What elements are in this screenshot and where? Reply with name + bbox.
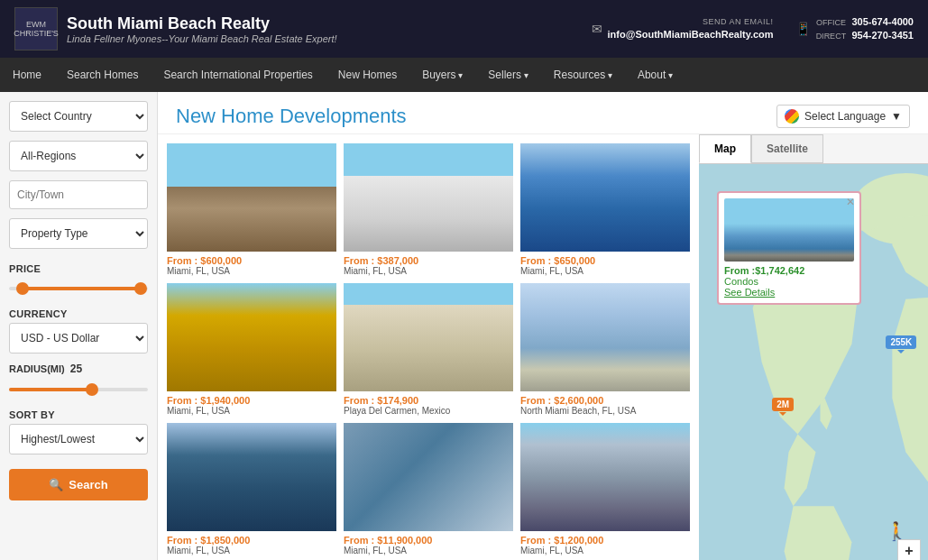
listing-location-7: Miami, FL, USA bbox=[344, 546, 513, 555]
popup-close-button[interactable]: ✕ bbox=[846, 196, 855, 208]
page-content: New Home Developments Select Language ▼ … bbox=[158, 92, 928, 560]
nav-new-homes[interactable]: New Homes bbox=[326, 58, 409, 92]
slider-thumb-max[interactable] bbox=[134, 282, 147, 295]
phone-contact: 📱 OFFICE 305-674-4000 DIRECT 954-270-345… bbox=[795, 15, 914, 43]
brand-info: South Miami Beach Realty Linda Fellner M… bbox=[67, 14, 337, 44]
listing-image-8 bbox=[520, 423, 690, 531]
office-label: OFFICE bbox=[816, 18, 846, 27]
search-button[interactable]: 🔍 Search bbox=[9, 469, 148, 500]
listing-card-5[interactable]: From : $2,600,000 North Miami Beach, FL,… bbox=[520, 283, 690, 416]
search-icon: 🔍 bbox=[49, 478, 63, 491]
map-marker-255k[interactable]: 255K bbox=[886, 335, 916, 349]
listing-image-1 bbox=[344, 143, 513, 252]
price-range-slider[interactable] bbox=[9, 280, 148, 298]
map-tabs: Map Satellite bbox=[699, 134, 928, 164]
listings-grid: From : $600,000 Miami, FL, USA From : $3… bbox=[158, 134, 699, 560]
main-content: Select Country All-Regions Property Type… bbox=[0, 92, 928, 560]
listing-price-7: From : $11,900,000 bbox=[344, 535, 513, 546]
listing-card-1[interactable]: From : $387,000 Miami, FL, USA bbox=[344, 143, 513, 276]
nav-sellers[interactable]: Sellers bbox=[475, 58, 540, 92]
listing-card-8[interactable]: From : $1,200,000 Miami, FL, USA bbox=[520, 423, 690, 555]
search-sidebar: Select Country All-Regions Property Type… bbox=[0, 92, 158, 560]
listing-image-0 bbox=[167, 143, 336, 252]
currency-select[interactable]: USD - US Dollar bbox=[9, 323, 148, 353]
listing-card-2[interactable]: From : $650,000 Miami, FL, USA bbox=[520, 143, 690, 276]
listing-image-4 bbox=[344, 283, 513, 391]
listing-card-6[interactable]: From : $1,850,000 Miami, FL, USA bbox=[167, 423, 336, 555]
page-header: New Home Developments Select Language ▼ bbox=[158, 92, 928, 134]
email-value[interactable]: info@SouthMiamiBeachRealty.com bbox=[608, 28, 774, 41]
map-body[interactable]: ✕ From :$1,742,642 Condos See Details 25… bbox=[699, 164, 928, 560]
listing-location-8: Miami, FL, USA bbox=[520, 546, 690, 555]
listing-price-5: From : $2,600,000 bbox=[520, 395, 690, 406]
region-select[interactable]: All-Regions bbox=[9, 141, 148, 171]
sort-label: Sort By bbox=[9, 409, 148, 420]
translate-label: Select Language bbox=[804, 110, 886, 123]
popup-image bbox=[724, 198, 854, 262]
direct-label: DIRECT bbox=[816, 32, 846, 41]
listing-card-3[interactable]: From : $1,940,000 Miami, FL, USA bbox=[167, 283, 336, 416]
radius-label: Radius(MI) bbox=[9, 363, 65, 374]
listing-location-6: Miami, FL, USA bbox=[167, 546, 336, 555]
nav-resources[interactable]: Resources bbox=[541, 58, 625, 92]
listing-price-1: From : $387,000 bbox=[344, 255, 513, 266]
listing-price-3: From : $1,940,000 bbox=[167, 395, 336, 406]
currency-label: Currency bbox=[9, 308, 148, 319]
tab-map[interactable]: Map bbox=[699, 134, 751, 163]
slider-fill bbox=[23, 287, 141, 290]
map-marker-2m[interactable]: 2M bbox=[772, 398, 794, 411]
property-type-select[interactable]: Property Type bbox=[9, 218, 148, 249]
nav-search-international[interactable]: Search International Properties bbox=[151, 58, 325, 92]
country-select[interactable]: Select Country bbox=[9, 101, 148, 132]
popup-type: Condos bbox=[724, 276, 854, 287]
radius-row: Radius(MI) 25 bbox=[9, 363, 148, 375]
site-logo: EWMCHRISTIE'S bbox=[14, 7, 58, 50]
nav-home[interactable]: Home bbox=[0, 58, 54, 92]
email-icon: ✉ bbox=[592, 22, 602, 36]
nav-about[interactable]: About bbox=[625, 58, 685, 92]
popup-price: From :$1,742,642 bbox=[724, 265, 854, 276]
search-btn-label: Search bbox=[69, 478, 107, 491]
listings-map-area: From : $600,000 Miami, FL, USA From : $3… bbox=[158, 134, 928, 560]
listing-card-4[interactable]: From : $174,900 Playa Del Carmen, Mexico bbox=[344, 283, 513, 416]
radius-slider[interactable] bbox=[9, 381, 148, 399]
listing-image-5 bbox=[520, 283, 690, 391]
listing-location-2: Miami, FL, USA bbox=[520, 266, 690, 276]
translate-dropdown-icon: ▼ bbox=[891, 110, 902, 123]
listing-price-8: From : $1,200,000 bbox=[520, 535, 690, 546]
direct-phone: 954-270-3451 bbox=[851, 30, 914, 41]
price-label: PRICE bbox=[9, 263, 148, 274]
tab-satellite[interactable]: Satellite bbox=[751, 134, 823, 163]
page-title: New Home Developments bbox=[176, 105, 407, 128]
listing-card-7[interactable]: From : $11,900,000 Miami, FL, USA bbox=[344, 423, 513, 555]
header-contact: ✉ SEND AN EMAIL! info@SouthMiamiBeachRea… bbox=[592, 15, 914, 43]
sort-select[interactable]: Highest/Lowest bbox=[9, 424, 148, 454]
main-nav: Home Search Homes Search International P… bbox=[0, 58, 928, 92]
radius-slider-fill bbox=[9, 388, 92, 391]
nav-buyers[interactable]: Buyers bbox=[409, 58, 475, 92]
listing-location-0: Miami, FL, USA bbox=[167, 266, 336, 276]
radius-slider-thumb[interactable] bbox=[86, 383, 98, 396]
google-logo bbox=[785, 109, 799, 124]
listing-location-5: North Miami Beach, FL, USA bbox=[520, 406, 690, 416]
listing-image-7 bbox=[344, 423, 513, 531]
listing-price-2: From : $650,000 bbox=[520, 255, 690, 266]
map-controls: + − bbox=[897, 539, 921, 560]
svg-point-3 bbox=[889, 224, 904, 245]
slider-thumb-min[interactable] bbox=[16, 282, 29, 295]
zoom-in-button[interactable]: + bbox=[897, 539, 921, 560]
map-popup: ✕ From :$1,742,642 Condos See Details bbox=[717, 191, 861, 305]
listing-card-0[interactable]: From : $600,000 Miami, FL, USA bbox=[167, 143, 336, 276]
nav-search-homes[interactable]: Search Homes bbox=[54, 58, 151, 92]
listing-image-6 bbox=[167, 423, 336, 531]
listing-price-4: From : $174,900 bbox=[344, 395, 513, 406]
company-name: South Miami Beach Realty bbox=[67, 14, 337, 33]
listing-price-6: From : $1,850,000 bbox=[167, 535, 336, 546]
office-phone: 305-674-4000 bbox=[851, 16, 914, 27]
listing-image-2 bbox=[520, 143, 690, 252]
popup-see-details-link[interactable]: See Details bbox=[724, 287, 854, 298]
site-header: EWMCHRISTIE'S South Miami Beach Realty L… bbox=[0, 0, 928, 58]
translate-widget[interactable]: Select Language ▼ bbox=[776, 105, 910, 128]
radius-value: 25 bbox=[70, 363, 82, 375]
city-input[interactable] bbox=[9, 180, 148, 209]
